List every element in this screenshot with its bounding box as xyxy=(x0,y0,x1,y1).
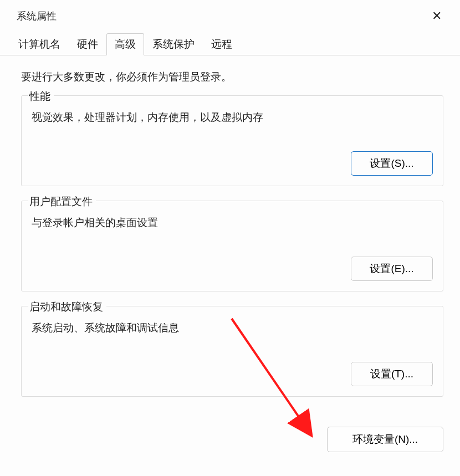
tab-remote[interactable]: 远程 xyxy=(203,33,241,55)
group-startup-desc: 系统启动、系统故障和调试信息 xyxy=(32,321,433,335)
admin-notice: 要进行大多数更改，你必须作为管理员登录。 xyxy=(21,70,443,84)
user-profiles-settings-button[interactable]: 设置(E)... xyxy=(351,257,433,281)
tab-system-protection[interactable]: 系统保护 xyxy=(144,33,203,55)
environment-variables-button[interactable]: 环境变量(N)... xyxy=(327,427,443,452)
close-icon[interactable]: ✕ xyxy=(426,8,448,24)
tab-advanced[interactable]: 高级 xyxy=(106,33,144,55)
tab-strip: 计算机名 硬件 高级 系统保护 远程 xyxy=(0,30,460,55)
startup-settings-button[interactable]: 设置(T)... xyxy=(351,362,433,386)
group-performance-legend: 性能 xyxy=(28,89,54,104)
group-user-profiles-desc: 与登录帐户相关的桌面设置 xyxy=(32,216,433,230)
performance-settings-button[interactable]: 设置(S)... xyxy=(351,151,433,176)
group-user-profiles: 用户配置文件 与登录帐户相关的桌面设置 设置(E)... xyxy=(21,201,443,291)
tab-hardware[interactable]: 硬件 xyxy=(69,33,106,55)
group-performance: 性能 视觉效果，处理器计划，内存使用，以及虚拟内存 设置(S)... xyxy=(21,95,443,186)
group-user-profiles-legend: 用户配置文件 xyxy=(28,195,96,209)
group-startup: 启动和故障恢复 系统启动、系统故障和调试信息 设置(T)... xyxy=(21,306,443,397)
tab-computer-name[interactable]: 计算机名 xyxy=(10,33,69,55)
group-performance-desc: 视觉效果，处理器计划，内存使用，以及虚拟内存 xyxy=(32,110,433,125)
group-startup-legend: 启动和故障恢复 xyxy=(28,300,106,314)
window-title: 系统属性 xyxy=(17,9,57,23)
